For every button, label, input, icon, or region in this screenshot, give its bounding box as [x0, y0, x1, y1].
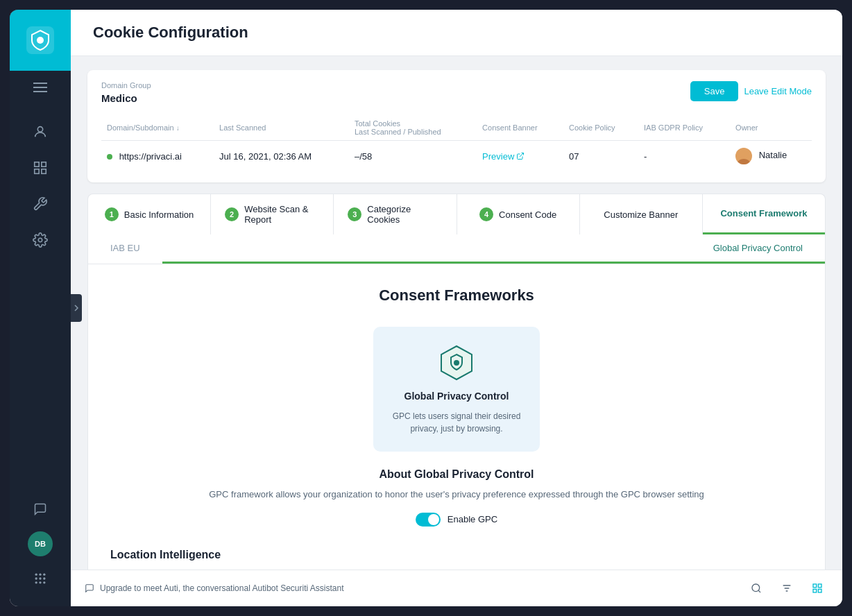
leave-edit-button[interactable]: Leave Edit Mode [744, 81, 812, 101]
svg-rect-4 [42, 162, 46, 166]
sidebar-item-grid[interactable] [24, 151, 57, 185]
col-scanned: Last Scanned [214, 115, 349, 141]
search-bottom-icon[interactable] [745, 577, 767, 599]
step-consent-framework[interactable]: Consent Framework [703, 194, 825, 234]
steps-navigation: 1 Basic Information 2 Website Scan & Rep… [87, 194, 826, 234]
filter-bottom-icon[interactable] [776, 577, 798, 599]
gpc-card-title: Global Privacy Control [404, 391, 509, 402]
col-policy: Cookie Policy [563, 115, 638, 141]
svg-rect-29 [813, 584, 817, 588]
svg-rect-32 [818, 589, 821, 592]
table-row: https://privaci.ai Jul 16, 2021, 02:36 A… [101, 141, 812, 172]
step-4-badge: 4 [479, 207, 493, 221]
policy-cell: 07 [563, 141, 638, 172]
sidebar-item-settings[interactable] [24, 223, 57, 257]
svg-point-9 [39, 574, 41, 576]
step-6-label: Consent Framework [720, 208, 807, 219]
sidebar-expand-handle[interactable] [71, 294, 82, 322]
sidebar-navigation [24, 104, 57, 493]
step-categorize[interactable]: 3 Categorize Cookies [334, 194, 457, 234]
step-customize-banner[interactable]: Customize Banner [580, 194, 703, 234]
step-1-badge: 1 [105, 207, 119, 221]
domain-actions: Save Leave Edit Mode [690, 81, 812, 101]
sub-tab-gpc[interactable]: Global Privacy Control [162, 234, 825, 264]
sidebar-chat-button[interactable] [24, 493, 57, 526]
domain-cell: https://privaci.ai [101, 141, 214, 172]
step-5-label: Customize Banner [604, 209, 678, 220]
chat-icon [85, 583, 94, 593]
main-content: Cookie Configuration Domain Group Medico… [71, 10, 842, 606]
location-intelligence-title: Location Intelligence [110, 549, 803, 561]
sidebar-item-user[interactable] [24, 115, 57, 148]
svg-rect-31 [813, 589, 817, 592]
step-1-label: Basic Information [124, 209, 194, 220]
svg-rect-30 [818, 584, 821, 588]
domain-header: Domain Group Medico Save Leave Edit Mode [101, 81, 812, 104]
svg-point-11 [35, 577, 37, 579]
svg-point-10 [43, 574, 45, 576]
svg-point-2 [37, 127, 42, 132]
sidebar-item-tools[interactable] [24, 187, 57, 221]
last-scanned-cell: Jul 16, 2021, 02:36 AM [214, 141, 349, 172]
hamburger-icon [33, 87, 47, 88]
content-area: Domain Group Medico Save Leave Edit Mode… [71, 56, 842, 570]
sub-tabs: IAB EU Global Privacy Control [87, 234, 826, 264]
upgrade-message: Upgrade to meet Auti, the conversational… [85, 583, 344, 593]
preview-link[interactable]: Preview [482, 151, 525, 162]
col-domain: Domain/Subdomain ↓ [101, 115, 214, 141]
toggle-knob [428, 514, 439, 525]
svg-point-14 [35, 581, 37, 583]
bottom-bar: Upgrade to meet Auti, the conversational… [71, 570, 842, 606]
layout-bottom-icon[interactable] [806, 577, 828, 599]
svg-point-8 [35, 574, 37, 576]
domain-group-label: Domain Group [101, 81, 151, 89]
consent-frameworks-title: Consent Frameworks [110, 286, 803, 305]
col-iab: IAB GDPR Policy [638, 115, 730, 141]
owner-avatar [735, 148, 752, 164]
svg-point-1 [37, 37, 44, 44]
domain-card: Domain Group Medico Save Leave Edit Mode… [87, 70, 826, 182]
about-gpc-title: About Global Privacy Control [110, 468, 803, 481]
enable-gpc-row: Enable GPC [110, 513, 803, 527]
step-3-label: Categorize Cookies [367, 204, 442, 225]
gpc-card: Global Privacy Control GPC lets users si… [373, 327, 540, 452]
gpc-hexagon-icon [437, 343, 476, 382]
bottom-bar-actions [745, 577, 828, 599]
svg-line-25 [758, 590, 760, 592]
step-2-label: Website Scan & Report [244, 204, 319, 225]
svg-point-16 [43, 581, 45, 583]
svg-point-7 [38, 238, 42, 242]
col-owner: Owner [730, 115, 812, 141]
owner-cell: Natalie [730, 141, 812, 172]
svg-rect-3 [35, 162, 39, 166]
sidebar: DB [10, 10, 71, 606]
step-website-scan[interactable]: 2 Website Scan & Report [211, 194, 334, 234]
step-4-label: Consent Code [499, 209, 556, 220]
step-3-badge: 3 [348, 207, 361, 221]
enable-gpc-toggle[interactable] [416, 513, 441, 527]
svg-point-12 [39, 577, 41, 579]
menu-toggle-button[interactable] [10, 71, 71, 104]
svg-point-24 [752, 584, 760, 592]
step-2-badge: 2 [225, 207, 239, 221]
gpc-card-description: GPC lets users signal their desired priv… [387, 410, 526, 435]
about-gpc-description: GPC framework allows your organization t… [110, 488, 803, 502]
cookies-cell: –/58 [349, 141, 477, 172]
apps-icon[interactable] [24, 562, 57, 595]
sidebar-bottom: DB [24, 493, 57, 606]
step-basic-info[interactable]: 1 Basic Information [88, 194, 211, 234]
app-logo[interactable] [10, 10, 71, 71]
svg-rect-6 [42, 169, 46, 173]
sub-tab-iab-eu[interactable]: IAB EU [88, 234, 162, 264]
col-cookies: Total CookiesLast Scanned / Published [349, 115, 477, 141]
location-intelligence-section: Location Intelligence All Show only in [110, 549, 803, 570]
svg-point-13 [43, 577, 45, 579]
save-button[interactable]: Save [690, 81, 739, 101]
user-avatar[interactable]: DB [28, 531, 53, 556]
svg-point-19 [738, 159, 750, 164]
svg-point-15 [39, 581, 41, 583]
svg-point-21 [454, 360, 459, 366]
step-consent-code[interactable]: 4 Consent Code [457, 194, 580, 234]
svg-line-17 [520, 153, 524, 157]
svg-rect-5 [35, 169, 39, 173]
